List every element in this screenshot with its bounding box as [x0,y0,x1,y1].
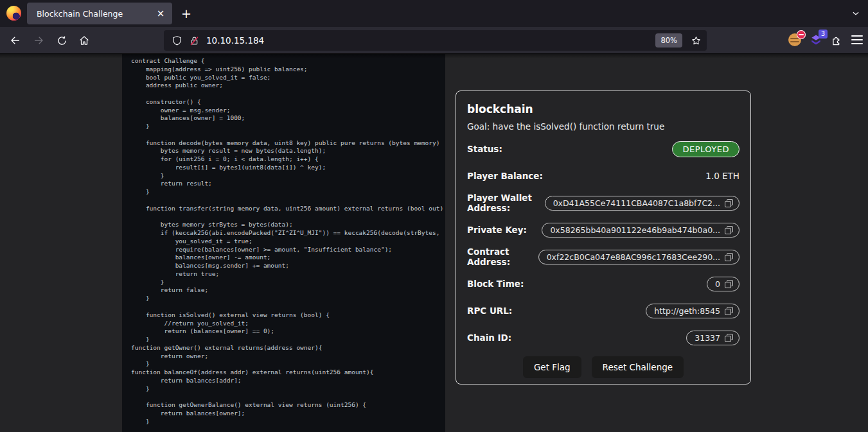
status-row: Status: DEPLOYED [467,141,740,157]
wallet-address-pill[interactable]: 0xD41A55Ce74111CBA4087C1a8bf7C2... [545,196,740,211]
private-key-value: 0x58265bb40a901122e46b9ab474b0a0... [550,225,720,235]
chain-id-pill[interactable]: 31337 [686,331,740,345]
status-badge: DEPLOYED [672,141,740,157]
block-time-value: 0 [715,279,720,289]
tab-bar: Blockchain Challenge × + [0,0,868,27]
contract-address-value: 0xf22cB0Ca047e88AC996c17683Cee290... [547,252,720,262]
player-balance-row: Player Balance: 1.0 ETH [467,168,740,184]
menu-button[interactable] [851,35,863,44]
contract-source-code: contract Challenge { mapping(address => … [122,54,445,432]
copy-icon[interactable] [725,307,733,315]
wallet-address-label: Player Wallet Address: [467,193,545,213]
player-balance-value: 1.0 ETH [705,171,740,181]
tab-title: Blockchain Challenge [37,9,154,19]
zoom-indicator[interactable]: 80% [655,33,682,48]
rpc-url-value: http://geth:8545 [654,306,720,316]
chain-id-label: Chain ID: [467,333,511,343]
new-tab-button[interactable]: + [177,4,195,22]
url-input[interactable]: 10.10.15.184 [206,35,655,46]
contract-address-pill[interactable]: 0xf22cB0Ca047e88AC996c17683Cee290... [538,250,740,264]
get-flag-button[interactable]: Get Flag [523,356,581,378]
block-time-row: Block Time: 0 [467,275,740,292]
adblock-extension-icon[interactable] [788,33,801,46]
tab-close-icon[interactable]: × [154,7,167,20]
block-time-label: Block Time: [467,279,524,289]
layers-extension-icon[interactable]: 3 [810,33,822,46]
browser-tab[interactable]: Blockchain Challenge × [27,3,172,24]
panel-actions: Get Flag Reset Challenge [467,356,740,378]
url-bar[interactable]: 10.10.15.184 80% [164,30,707,51]
panel-title: blockchain [467,102,740,116]
navigation-toolbar: 10.10.15.184 80% 3 [0,27,868,54]
rpc-url-pill[interactable]: http://geth:8545 [646,304,740,318]
chain-id-value: 31337 [695,333,720,343]
status-label: Status: [467,144,502,154]
contract-address-row: Contract Address: 0xf22cB0Ca047e88AC996c… [467,248,740,265]
copy-icon[interactable] [725,334,733,342]
chain-id-row: Chain ID: 31337 [467,329,740,346]
copy-icon[interactable] [725,226,733,234]
player-balance-label: Player Balance: [467,171,543,181]
reset-challenge-button[interactable]: Reset Challenge [592,356,684,378]
reload-button[interactable] [51,30,72,51]
firefox-logo-icon [6,6,21,21]
goal-text: Goal: have the isSolved() function retur… [467,121,740,132]
wallet-address-value: 0xD41A55Ce74111CBA4087C1a8bf7C2... [553,198,720,208]
page-content: contract Challenge { mapping(address => … [0,54,868,432]
tracking-shield-icon[interactable] [172,35,182,46]
rpc-url-row: RPC URL: http://geth:8545 [467,302,740,319]
extension-area: 3 [788,33,863,46]
wallet-address-row: Player Wallet Address: 0xD41A55Ce74111CB… [467,194,740,211]
private-key-label: Private Key: [467,225,527,235]
copy-icon[interactable] [725,199,733,207]
home-button[interactable] [74,30,94,51]
insecure-lock-icon[interactable] [189,35,200,46]
back-button[interactable] [5,30,26,51]
tab-list-chevron-icon[interactable] [849,6,863,21]
extension-count-badge: 3 [819,30,828,39]
bookmark-star-icon[interactable] [691,35,702,46]
challenge-panel: blockchain Goal: have the isSolved() fun… [456,91,751,384]
block-time-pill[interactable]: 0 [707,277,740,291]
private-key-pill[interactable]: 0x58265bb40a901122e46b9ab474b0a0... [542,223,740,238]
private-key-row: Private Key: 0x58265bb40a901122e46b9ab47… [467,221,740,238]
contract-address-label: Contract Address: [467,246,538,267]
forward-button[interactable] [28,30,49,51]
copy-icon[interactable] [725,253,733,261]
rpc-url-label: RPC URL: [467,306,512,316]
disabled-badge-icon [797,30,806,39]
extensions-puzzle-icon[interactable] [831,34,843,46]
copy-icon[interactable] [725,280,733,288]
